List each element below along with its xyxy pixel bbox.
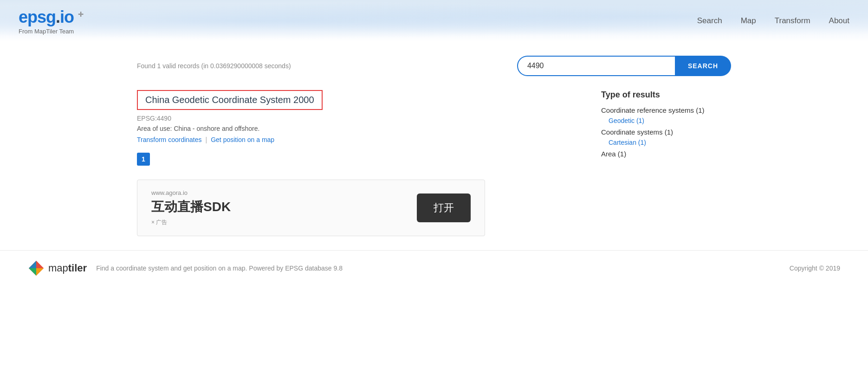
- sidebar-title: Type of results: [601, 90, 731, 100]
- result-link-map[interactable]: Get position on a map: [211, 136, 274, 143]
- nav-transform[interactable]: Transform: [775, 16, 810, 26]
- page-number[interactable]: 1: [137, 153, 150, 166]
- search-input[interactable]: [517, 56, 675, 76]
- sidebar-sub-1[interactable]: Cartesian (1): [609, 139, 731, 146]
- svg-marker-3: [29, 261, 36, 268]
- result-link-sep: |: [206, 136, 207, 143]
- ad-open-button[interactable]: 打开: [417, 193, 471, 222]
- ad-banner: www.agora.io 互动直播SDK × 广告 打开: [137, 180, 485, 236]
- ad-title: 互动直播SDK: [151, 198, 231, 216]
- svg-marker-1: [36, 261, 44, 268]
- maptiler-name: maptiler: [48, 262, 87, 274]
- ad-close[interactable]: × 广告: [151, 219, 231, 226]
- header: epsg.io ✛ From MapTiler Team Search Map …: [0, 0, 868, 42]
- footer-logo: maptiler: [28, 260, 87, 277]
- result-title-link[interactable]: China Geodetic Coordinate System 2000: [145, 95, 314, 105]
- main-nav: Search Map Transform About: [697, 16, 849, 26]
- logo-io: io: [60, 7, 74, 26]
- main-content: Found 1 valid records (in 0.036929000000…: [109, 42, 759, 250]
- pagination: 1: [137, 153, 573, 166]
- sidebar-sub-0[interactable]: Geodetic (1): [609, 117, 731, 124]
- result-link-transform[interactable]: Transform coordinates: [137, 136, 202, 143]
- search-button[interactable]: SEARCH: [675, 56, 731, 76]
- result-epsg: EPSG:4490: [137, 115, 573, 122]
- nav-about[interactable]: About: [829, 16, 849, 26]
- sidebar-category-1: Coordinate systems (1): [601, 128, 731, 136]
- search-box: SEARCH: [517, 56, 731, 76]
- ad-content: www.agora.io 互动直播SDK × 广告: [151, 189, 231, 226]
- sidebar-category-2: Area (1): [601, 150, 731, 158]
- nav-search[interactable]: Search: [697, 16, 722, 26]
- result-links: Transform coordinates | Get position on …: [137, 136, 573, 143]
- content-area: China Geodetic Coordinate System 2000 EP…: [137, 90, 731, 236]
- sidebar: Type of results Coordinate reference sys…: [601, 90, 731, 236]
- result-title-box: China Geodetic Coordinate System 2000: [137, 90, 323, 110]
- result-area: Area of use: China - onshore and offshor…: [137, 125, 573, 132]
- footer: maptiler Find a coordinate system and ge…: [0, 250, 868, 286]
- result-item: China Geodetic Coordinate System 2000 EP…: [137, 90, 573, 143]
- svg-marker-2: [29, 268, 36, 276]
- logo: epsg.io ✛ From MapTiler Team: [19, 7, 83, 35]
- footer-left: maptiler Find a coordinate system and ge…: [28, 260, 343, 277]
- found-text: Found 1 valid records (in 0.036929000000…: [137, 62, 291, 70]
- sidebar-category-0: Coordinate reference systems (1): [601, 106, 731, 114]
- logo-tagline: From MapTiler Team: [19, 28, 83, 35]
- footer-copyright: Copyright © 2019: [790, 264, 840, 272]
- search-row: Found 1 valid records (in 0.036929000000…: [137, 56, 731, 76]
- nav-map[interactable]: Map: [741, 16, 756, 26]
- logo-dot: .: [56, 7, 60, 26]
- svg-marker-4: [36, 268, 44, 276]
- results-column: China Geodetic Coordinate System 2000 EP…: [137, 90, 573, 236]
- logo-text: epsg.io ✛: [19, 7, 83, 27]
- ad-site: www.agora.io: [151, 189, 231, 196]
- logo-epsg: epsg: [19, 7, 56, 26]
- footer-tagline: Find a coordinate system and get positio…: [96, 264, 343, 272]
- maptiler-logo-icon: [28, 260, 45, 277]
